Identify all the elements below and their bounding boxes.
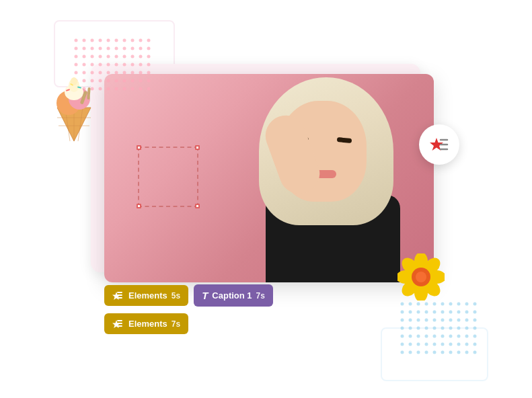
svg-point-136: [465, 319, 469, 322]
svg-point-25: [416, 272, 426, 282]
svg-point-169: [409, 351, 412, 354]
svg-point-66: [139, 55, 143, 58]
timeline: Elements 5s T Caption 1 7s: [104, 284, 273, 341]
svg-point-59: [83, 55, 86, 58]
svg-point-126: [465, 311, 469, 314]
svg-point-70: [91, 63, 94, 67]
svg-point-57: [147, 47, 151, 50]
svg-point-106: [139, 87, 143, 91]
svg-point-41: [99, 39, 102, 42]
svg-point-130: [417, 319, 420, 322]
svg-point-155: [457, 335, 461, 338]
svg-point-85: [131, 71, 135, 75]
svg-point-137: [473, 319, 477, 322]
svg-point-173: [441, 351, 445, 354]
dots-svg-bottom: [399, 301, 486, 361]
svg-point-69: [83, 63, 86, 67]
svg-point-108: [401, 303, 404, 306]
svg-point-147: [473, 327, 477, 330]
svg-point-166: [465, 343, 469, 346]
elements-icon-2: [112, 319, 124, 329]
svg-point-156: [465, 335, 469, 338]
svg-point-123: [441, 311, 445, 314]
svg-point-128: [401, 319, 404, 322]
elements-label-2: Elements: [128, 319, 167, 329]
svg-point-39: [83, 39, 86, 42]
svg-point-78: [75, 71, 78, 75]
svg-point-127: [473, 311, 477, 314]
svg-point-160: [417, 343, 420, 346]
svg-point-162: [433, 343, 436, 346]
svg-point-138: [401, 327, 404, 330]
svg-point-154: [449, 335, 453, 338]
svg-point-122: [433, 311, 436, 314]
svg-point-61: [99, 55, 102, 58]
svg-point-117: [473, 303, 477, 306]
svg-point-153: [441, 335, 445, 338]
svg-point-177: [473, 351, 477, 354]
svg-point-145: [457, 327, 461, 330]
svg-point-118: [401, 311, 404, 314]
svg-point-165: [457, 343, 461, 346]
svg-point-135: [457, 319, 461, 322]
svg-point-82: [107, 71, 110, 75]
svg-point-152: [433, 335, 436, 338]
elements-track-1[interactable]: Elements 5s: [104, 285, 188, 306]
svg-point-81: [99, 71, 102, 75]
svg-point-168: [401, 351, 404, 354]
svg-point-44: [123, 39, 126, 42]
svg-point-43: [115, 39, 118, 42]
elements-track-2[interactable]: Elements 7s: [104, 313, 188, 334]
svg-point-114: [449, 303, 453, 306]
svg-point-113: [441, 303, 445, 306]
svg-point-52: [107, 47, 110, 50]
svg-point-94: [123, 79, 126, 83]
icecream-sticker[interactable]: [40, 77, 108, 145]
video-card: [104, 74, 434, 282]
svg-point-46: [139, 39, 143, 42]
svg-point-121: [425, 311, 428, 314]
svg-point-144: [449, 327, 453, 330]
svg-point-104: [123, 87, 126, 91]
svg-point-170: [417, 351, 420, 354]
svg-point-158: [401, 343, 404, 346]
svg-point-97: [147, 79, 151, 83]
scene: Elements 5s T Caption 1 7s: [0, 0, 532, 398]
caption-track-1[interactable]: T Caption 1 7s: [194, 284, 273, 307]
caption-duration-1: 7s: [256, 291, 265, 301]
svg-point-72: [107, 63, 110, 67]
svg-point-62: [107, 55, 110, 58]
svg-rect-15: [87, 87, 91, 100]
handle-top-right: [195, 145, 200, 150]
svg-point-161: [425, 343, 428, 346]
elements-icon-1: [112, 291, 124, 301]
svg-point-54: [123, 47, 126, 50]
svg-point-163: [441, 343, 445, 346]
svg-point-119: [409, 311, 412, 314]
elements-label-1: Elements: [128, 290, 167, 301]
svg-point-176: [465, 351, 469, 354]
svg-point-68: [75, 63, 78, 67]
svg-point-58: [75, 55, 78, 58]
svg-point-142: [433, 327, 436, 330]
svg-point-45: [131, 39, 135, 42]
svg-point-84: [123, 71, 126, 75]
svg-point-80: [91, 71, 94, 75]
svg-point-38: [75, 39, 78, 42]
svg-point-76: [139, 63, 143, 67]
elements-list-button[interactable]: [419, 124, 459, 165]
svg-point-48: [75, 47, 78, 50]
track-row-2: Elements 7s: [104, 313, 273, 334]
handle-bottom-left: [137, 204, 141, 208]
flower-sticker[interactable]: [397, 253, 445, 301]
svg-point-134: [449, 319, 453, 322]
selection-box: [138, 147, 198, 207]
svg-point-95: [131, 79, 135, 83]
svg-point-146: [465, 327, 469, 330]
svg-point-120: [417, 311, 420, 314]
svg-point-150: [417, 335, 420, 338]
svg-point-110: [417, 303, 420, 306]
svg-point-53: [115, 47, 118, 50]
elements-duration-1: 5s: [172, 291, 180, 301]
svg-point-75: [131, 63, 135, 67]
